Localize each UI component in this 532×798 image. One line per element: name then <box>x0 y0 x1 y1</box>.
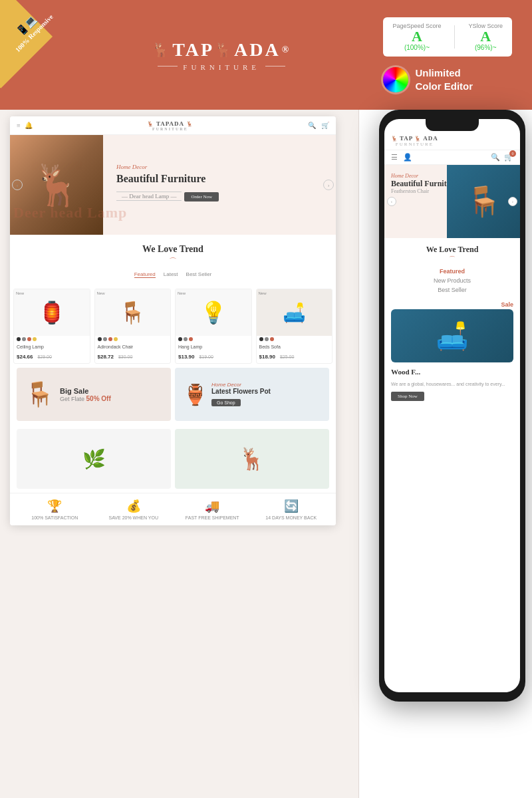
product-price: $13.90 $19.00 <box>178 349 249 361</box>
hero-subtitle: Home Decor <box>116 164 323 170</box>
hero-next-arrow[interactable]: › <box>323 180 334 190</box>
hero-prev-arrow[interactable]: ‹ <box>12 180 23 190</box>
hero-tag: — Dear head Lamp — <box>116 192 182 201</box>
deer-head-icon: 🦌 <box>239 446 265 471</box>
phone-cart-area: 🛒 0 <box>504 153 513 162</box>
flowers-banner: 🏺 Home Decor Latest Flowers Pot Go Shop <box>175 368 329 421</box>
color-dot <box>259 337 263 341</box>
product-name: Beds Sofa <box>259 344 330 349</box>
color-dot <box>27 337 31 341</box>
wood-card-table: 🌿 <box>17 429 171 489</box>
main-container: 📱💻 100% Responsive 🦌 TAP 🦌 ADA ® FURNITU… <box>0 0 532 798</box>
phone-shop-button[interactable]: Shop Now <box>391 392 424 401</box>
color-dot <box>184 337 188 341</box>
phone-frame: 🦌TAP🦌ADA FURNITURE ☰ 👤 🔍 <box>379 110 525 702</box>
color-dot <box>178 337 182 341</box>
score-divider <box>454 25 455 49</box>
cart-icon: 🛒 <box>321 122 329 129</box>
product-name: Adirondack Chair <box>98 344 168 349</box>
yslow-score: YSlow Score A (96%)~ <box>468 23 503 51</box>
cart-count-badge: 0 <box>509 150 516 157</box>
truck-icon: 🚚 <box>205 499 219 513</box>
color-dot <box>33 337 37 341</box>
trend-tab-featured[interactable]: Featured <box>134 271 156 278</box>
mobile-mockup: 🦌TAP🦌ADA FURNITURE ☰ 👤 🔍 <box>379 110 525 702</box>
product-image-chair: 🪑 New <box>95 289 171 336</box>
product-card-chair: 🪑 New Adirondack Chair $28.72 $30.00 <box>94 289 172 364</box>
phone-tab-featured[interactable]: Featured <box>391 268 513 275</box>
phone-tab-new-products[interactable]: New Products <box>391 277 513 284</box>
phone-logo: 🦌TAP🦌ADA FURNITURE <box>391 135 438 147</box>
header-action-icons: 🔍 🛒 <box>308 122 329 129</box>
desktop-mockup: ≡ 🔔 🦌 TAPADA 🦌 FURNITURE 🔍 🛒 🦌 <box>10 116 336 525</box>
phone-hero: Home Decor Beautiful Furniture Featherst… <box>384 165 520 238</box>
savings-icon: 💰 <box>126 499 141 513</box>
get-flat-label: Get Flate 50% Off <box>60 395 111 402</box>
product-colors-chair <box>95 336 171 342</box>
phone-next-arrow[interactable]: › <box>508 197 517 206</box>
product-info-sofa: Beds Sofa $18.90 $25.00 <box>257 342 332 363</box>
phone-notch <box>426 119 479 131</box>
hamburger-icon: ☰ <box>391 153 398 162</box>
product-card-ceiling-lamp: 🏮 New Ceiling Lamp $24.66 $29.00 <box>13 289 90 364</box>
color-dot <box>114 337 118 341</box>
color-dot <box>265 337 269 341</box>
trend-tab-bestseller[interactable]: Best Seller <box>186 271 212 278</box>
product-colors-hang-lamp <box>176 336 251 342</box>
phone-nav-right: 🔍 🛒 0 <box>491 153 513 162</box>
product-info-ceiling-lamp: Ceiling Lamp $24.66 $29.00 <box>14 342 90 363</box>
footer-save: 💰 SAVE 20% WHEN YOU <box>94 499 174 520</box>
go-shop-button[interactable]: Go Shop <box>211 399 241 406</box>
product-colors-sofa <box>257 336 332 342</box>
trend-divider: ⌒ <box>20 256 326 267</box>
trend-title: We Love Trend <box>20 244 326 255</box>
product-colors-ceiling-lamp <box>14 336 90 342</box>
phone-trend-section: We Love Trend ⌒ Featured New Products Be… <box>384 238 520 300</box>
product-info-hang-lamp: Hang Lamp $13.90 $19.00 <box>176 342 251 363</box>
product-name: Ceiling Lamp <box>17 344 87 349</box>
hang-lamp-icon: 💡 <box>200 300 227 325</box>
phone-hero-arrows: ‹ › <box>384 197 520 206</box>
product-name: Hang Lamp <box>178 344 249 349</box>
table-icon: 🌿 <box>82 448 106 470</box>
logo-subtitle: FURNITURE <box>183 63 260 71</box>
footer-returns: 🔄 14 DAYS MONEY BACK <box>252 499 331 520</box>
phone-nav: ☰ 👤 🔍 🛒 0 <box>384 150 520 165</box>
menu-icon: ≡ <box>17 122 21 129</box>
wood-section: 🌿 🦌 <box>10 425 336 493</box>
color-dot <box>270 337 274 341</box>
top-section: 📱💻 100% Responsive 🦌 TAP 🦌 ADA ® FURNITU… <box>0 0 532 110</box>
product-image-ceiling-lamp: 🏮 New <box>14 289 90 336</box>
phone-wood-desc: We are a global, housewares... and creat… <box>384 381 520 388</box>
color-dot <box>108 337 112 341</box>
phone-prev-arrow[interactable]: ‹ <box>387 197 396 206</box>
product-price: $24.66 $29.00 <box>17 349 87 361</box>
phone-screen: 🦌TAP🦌ADA FURNITURE ☰ 👤 🔍 <box>384 119 520 692</box>
product-card-sofa: 🛋️ New Beds Sofa $18.90 $25.00 <box>256 289 333 364</box>
sale-banner-text: Big Sale Get Flate 50% Off <box>60 387 111 402</box>
chair-icon: 🪑 <box>119 300 146 325</box>
product-info-chair: Adirondack Chair $28.72 $30.00 <box>95 342 171 363</box>
return-icon: 🔄 <box>284 499 299 513</box>
banner-row: 🪑 Big Sale Get Flate 50% Off 🏺 Home Deco… <box>10 364 336 425</box>
mockup-logo: 🦌 TAPADA 🦌 FURNITURE <box>147 120 194 131</box>
phone-wood-title: Wood F... <box>384 362 520 381</box>
trend-tab-latest[interactable]: Latest <box>164 271 178 278</box>
phone-tab-bestseller[interactable]: Best Seller <box>391 287 513 293</box>
flowers-content: 🏺 Home Decor Latest Flowers Pot Go Shop <box>183 382 321 407</box>
speed-scores-box: PageSpeed Score A (100%)~ YSlow Score A … <box>383 17 512 57</box>
wood-card-deer: 🦌 <box>175 429 329 489</box>
phone-search-icon: 🔍 <box>491 153 500 162</box>
phone-nav-left: ☰ 👤 <box>391 153 412 162</box>
phone-trend-divider: ⌒ <box>391 255 513 264</box>
logo-line: FURNITURE <box>158 62 285 71</box>
footer-shipping: 🚚 FAST FREE SHIPEMENT <box>173 499 252 520</box>
product-image-sofa: 🛋️ New <box>257 289 332 336</box>
deer-lamp-illustration: 🦌 <box>32 162 82 209</box>
sofa-icon: 🛋️ <box>283 302 306 324</box>
order-now-button[interactable]: Order Now <box>184 192 219 201</box>
color-editor-label: UnlimitedColor Editor <box>415 66 473 92</box>
logo-area: 🦌 TAP 🦌 ADA ® FURNITURE <box>60 39 383 71</box>
hero-text: Home Decor Beautiful Furniture — Dear he… <box>103 154 336 216</box>
save-text: SAVE 20% WHEN YOU <box>109 515 158 520</box>
